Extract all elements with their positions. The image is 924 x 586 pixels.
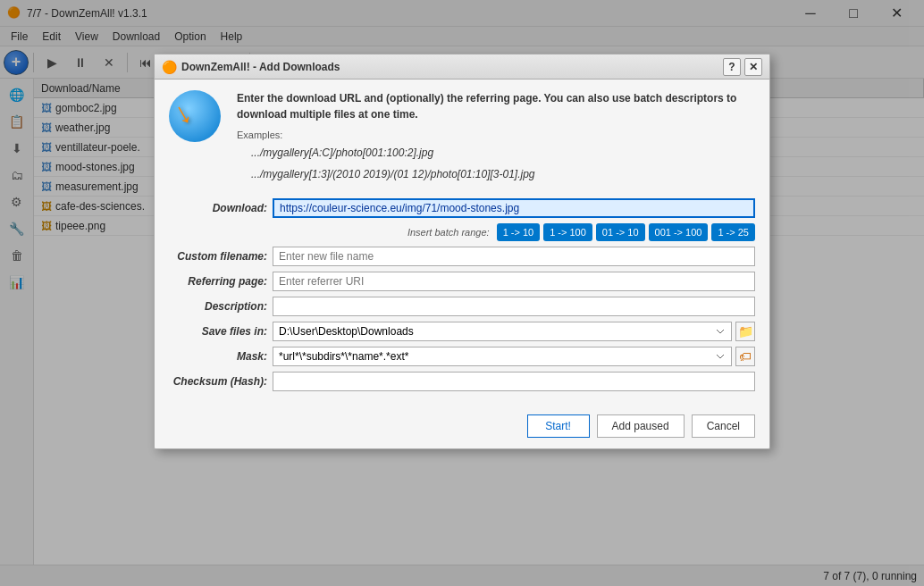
app-logo: ↓ bbox=[169, 90, 226, 147]
example-2: .../mygallery[1:3]/(2010 2019)/(01 12)/p… bbox=[251, 166, 755, 182]
add-downloads-dialog: 🟠 DownZemAll! - Add Downloads ? ✕ ↓ Ente… bbox=[154, 54, 770, 449]
referring-page-input[interactable] bbox=[273, 272, 755, 291]
cancel-button[interactable]: Cancel bbox=[692, 414, 755, 438]
mask-tag-button[interactable]: 🏷 bbox=[735, 347, 755, 366]
download-label: Download: bbox=[169, 202, 267, 214]
dialog-title-bar: 🟠 DownZemAll! - Add Downloads ? ✕ bbox=[155, 54, 769, 80]
save-files-label: Save files in: bbox=[169, 325, 267, 338]
checksum-input[interactable] bbox=[273, 372, 755, 391]
save-files-wrap: D:\User\Desktop\Downloads 📁 bbox=[273, 322, 755, 341]
batch-label: Insert batch range: bbox=[407, 227, 490, 238]
dialog-body: ↓ Enter the download URL and (optionally… bbox=[155, 80, 769, 407]
custom-filename-row: Custom filename: bbox=[169, 247, 755, 266]
batch-range-row: Insert batch range: 1 -> 10 1 -> 100 01 … bbox=[169, 223, 755, 241]
dialog-overlay: 🟠 DownZemAll! - Add Downloads ? ✕ ↓ Ente… bbox=[0, 0, 924, 586]
dialog-title-text: DownZemAll! - Add Downloads bbox=[181, 61, 723, 73]
custom-filename-label: Custom filename: bbox=[169, 250, 267, 263]
checksum-row: Checksum (Hash): bbox=[169, 372, 755, 391]
start-button[interactable]: Start! bbox=[527, 414, 590, 438]
description-row: Description: bbox=[169, 297, 755, 316]
batch-btn-4[interactable]: 001 -> 100 bbox=[649, 223, 709, 241]
dialog-help-button[interactable]: ? bbox=[723, 58, 741, 76]
mask-wrap: *url*\*subdirs*\*name*.*ext* 🏷 bbox=[273, 347, 755, 366]
info-text-block: Enter the download URL and (optionally) … bbox=[237, 90, 755, 188]
custom-filename-input[interactable] bbox=[273, 247, 755, 266]
dialog-footer: Start! Add paused Cancel bbox=[155, 407, 769, 448]
batch-btn-1[interactable]: 1 -> 10 bbox=[497, 223, 541, 241]
save-files-select[interactable]: D:\User\Desktop\Downloads bbox=[273, 322, 732, 341]
browse-folder-button[interactable]: 📁 bbox=[735, 322, 755, 341]
mask-select[interactable]: *url*\*subdirs*\*name*.*ext* bbox=[273, 347, 732, 366]
dialog-icon: 🟠 bbox=[162, 60, 176, 74]
referring-page-row: Referring page: bbox=[169, 272, 755, 291]
save-files-row: Save files in: D:\User\Desktop\Downloads… bbox=[169, 322, 755, 341]
description-main: Enter the download URL and (optionally) … bbox=[237, 90, 755, 122]
description-label: Description: bbox=[169, 300, 267, 313]
batch-btn-5[interactable]: 1 -> 25 bbox=[711, 223, 755, 241]
download-url-input[interactable] bbox=[273, 198, 755, 218]
info-section: ↓ Enter the download URL and (optionally… bbox=[169, 90, 755, 188]
checksum-label: Checksum (Hash): bbox=[169, 375, 267, 388]
batch-btn-2[interactable]: 1 -> 100 bbox=[543, 223, 592, 241]
description-input[interactable] bbox=[273, 297, 755, 316]
mask-label: Mask: bbox=[169, 350, 267, 363]
examples-label: Examples: bbox=[237, 128, 755, 143]
download-url-row: Download: bbox=[169, 198, 755, 218]
mask-row: Mask: *url*\*subdirs*\*name*.*ext* 🏷 bbox=[169, 347, 755, 366]
example-1: .../mygallery[A:C]/photo[001:100:2].jpg bbox=[251, 145, 755, 161]
batch-btn-3[interactable]: 01 -> 10 bbox=[596, 223, 645, 241]
add-paused-button[interactable]: Add paused bbox=[597, 414, 685, 438]
dialog-close-button[interactable]: ✕ bbox=[744, 58, 762, 76]
referring-page-label: Referring page: bbox=[169, 275, 267, 288]
